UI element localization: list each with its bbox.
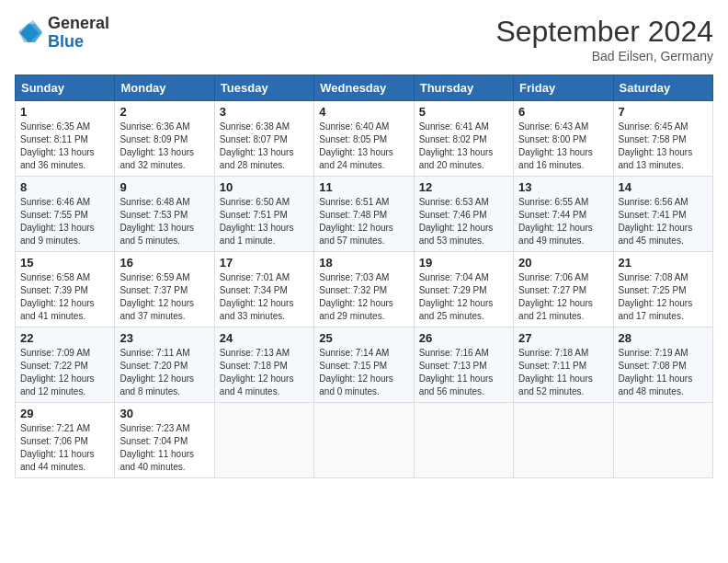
day-number: 6 xyxy=(518,105,608,119)
calendar-cell: 14Sunrise: 6:56 AM Sunset: 7:41 PM Dayli… xyxy=(613,177,712,252)
day-number: 1 xyxy=(20,105,109,119)
day-number: 20 xyxy=(518,256,608,270)
calendar-week-row: 8Sunrise: 6:46 AM Sunset: 7:55 PM Daylig… xyxy=(16,177,713,252)
month-title: September 2024 xyxy=(495,15,713,49)
calendar-cell: 2Sunrise: 6:36 AM Sunset: 8:09 PM Daylig… xyxy=(115,101,214,177)
calendar-cell: 15Sunrise: 6:58 AM Sunset: 7:39 PM Dayli… xyxy=(16,252,115,327)
calendar-cell xyxy=(314,403,414,478)
calendar-table: SundayMondayTuesdayWednesdayThursdayFrid… xyxy=(15,75,713,478)
day-info: Sunrise: 6:36 AM Sunset: 8:09 PM Dayligh… xyxy=(119,121,209,172)
day-info: Sunrise: 6:56 AM Sunset: 7:41 PM Dayligh… xyxy=(619,196,708,247)
day-number: 23 xyxy=(119,331,209,345)
day-info: Sunrise: 7:16 AM Sunset: 7:13 PM Dayligh… xyxy=(419,347,508,398)
calendar-cell: 12Sunrise: 6:53 AM Sunset: 7:46 PM Dayli… xyxy=(414,177,513,252)
calendar-cell: 28Sunrise: 7:19 AM Sunset: 7:08 PM Dayli… xyxy=(613,327,712,403)
day-info: Sunrise: 6:40 AM Sunset: 8:05 PM Dayligh… xyxy=(319,121,408,172)
location-text: Bad Eilsen, Germany xyxy=(495,49,713,63)
calendar-cell: 4Sunrise: 6:40 AM Sunset: 8:05 PM Daylig… xyxy=(314,101,414,177)
logo-blue-text: Blue xyxy=(48,32,84,51)
day-info: Sunrise: 6:35 AM Sunset: 8:11 PM Dayligh… xyxy=(20,121,109,172)
day-number: 27 xyxy=(518,331,608,345)
day-number: 4 xyxy=(319,105,408,119)
day-info: Sunrise: 7:01 AM Sunset: 7:34 PM Dayligh… xyxy=(220,271,309,323)
logo-text: General Blue xyxy=(48,15,109,52)
day-info: Sunrise: 6:41 AM Sunset: 8:02 PM Dayligh… xyxy=(419,121,508,172)
calendar-cell: 1Sunrise: 6:35 AM Sunset: 8:11 PM Daylig… xyxy=(16,101,115,177)
day-info: Sunrise: 7:13 AM Sunset: 7:18 PM Dayligh… xyxy=(220,347,309,398)
day-number: 29 xyxy=(20,407,109,420)
day-info: Sunrise: 6:51 AM Sunset: 7:48 PM Dayligh… xyxy=(319,196,408,247)
calendar-cell: 26Sunrise: 7:16 AM Sunset: 7:13 PM Dayli… xyxy=(414,327,513,403)
weekday-header: Friday xyxy=(514,75,613,101)
day-info: Sunrise: 7:08 AM Sunset: 7:25 PM Dayligh… xyxy=(619,271,708,323)
day-info: Sunrise: 7:03 AM Sunset: 7:32 PM Dayligh… xyxy=(319,271,408,323)
day-number: 22 xyxy=(20,331,109,345)
calendar-cell: 25Sunrise: 7:14 AM Sunset: 7:15 PM Dayli… xyxy=(314,327,414,403)
logo-general-text: General xyxy=(48,14,109,32)
title-block: September 2024 Bad Eilsen, Germany xyxy=(495,15,713,63)
day-number: 16 xyxy=(119,256,209,270)
day-info: Sunrise: 7:04 AM Sunset: 7:29 PM Dayligh… xyxy=(419,271,508,323)
calendar-cell: 7Sunrise: 6:45 AM Sunset: 7:58 PM Daylig… xyxy=(613,101,712,177)
calendar-cell: 16Sunrise: 6:59 AM Sunset: 7:37 PM Dayli… xyxy=(115,252,214,327)
day-info: Sunrise: 7:23 AM Sunset: 7:04 PM Dayligh… xyxy=(119,422,209,474)
calendar-cell xyxy=(514,403,613,478)
weekday-header: Monday xyxy=(115,75,214,101)
calendar-header-row: SundayMondayTuesdayWednesdayThursdayFrid… xyxy=(16,75,713,101)
day-info: Sunrise: 6:58 AM Sunset: 7:39 PM Dayligh… xyxy=(20,271,109,323)
calendar-week-row: 15Sunrise: 6:58 AM Sunset: 7:39 PM Dayli… xyxy=(16,252,713,327)
day-number: 9 xyxy=(119,180,209,194)
calendar-week-row: 29Sunrise: 7:21 AM Sunset: 7:06 PM Dayli… xyxy=(16,403,713,478)
day-number: 7 xyxy=(619,105,708,119)
calendar-cell: 21Sunrise: 7:08 AM Sunset: 7:25 PM Dayli… xyxy=(613,252,712,327)
day-info: Sunrise: 7:11 AM Sunset: 7:20 PM Dayligh… xyxy=(119,347,209,398)
day-info: Sunrise: 6:59 AM Sunset: 7:37 PM Dayligh… xyxy=(119,271,209,323)
day-number: 5 xyxy=(419,105,508,119)
day-number: 21 xyxy=(619,256,708,270)
weekday-header: Tuesday xyxy=(214,75,313,101)
calendar-week-row: 22Sunrise: 7:09 AM Sunset: 7:22 PM Dayli… xyxy=(16,327,713,403)
day-info: Sunrise: 7:06 AM Sunset: 7:27 PM Dayligh… xyxy=(518,271,608,323)
calendar-cell: 9Sunrise: 6:48 AM Sunset: 7:53 PM Daylig… xyxy=(115,177,214,252)
day-number: 19 xyxy=(419,256,508,270)
calendar-cell: 8Sunrise: 6:46 AM Sunset: 7:55 PM Daylig… xyxy=(16,177,115,252)
day-number: 13 xyxy=(518,180,608,194)
calendar-cell: 29Sunrise: 7:21 AM Sunset: 7:06 PM Dayli… xyxy=(16,403,115,478)
calendar-cell xyxy=(613,403,712,478)
calendar-cell: 30Sunrise: 7:23 AM Sunset: 7:04 PM Dayli… xyxy=(115,403,214,478)
day-number: 11 xyxy=(319,180,408,194)
day-info: Sunrise: 6:53 AM Sunset: 7:46 PM Dayligh… xyxy=(419,196,508,247)
calendar-cell: 6Sunrise: 6:43 AM Sunset: 8:00 PM Daylig… xyxy=(514,101,613,177)
calendar-cell: 27Sunrise: 7:18 AM Sunset: 7:11 PM Dayli… xyxy=(514,327,613,403)
day-info: Sunrise: 6:43 AM Sunset: 8:00 PM Dayligh… xyxy=(518,121,608,172)
day-info: Sunrise: 7:19 AM Sunset: 7:08 PM Dayligh… xyxy=(619,347,708,398)
calendar-cell: 11Sunrise: 6:51 AM Sunset: 7:48 PM Dayli… xyxy=(314,177,414,252)
calendar-cell: 3Sunrise: 6:38 AM Sunset: 8:07 PM Daylig… xyxy=(214,101,313,177)
day-info: Sunrise: 6:45 AM Sunset: 7:58 PM Dayligh… xyxy=(619,121,708,172)
calendar-cell: 20Sunrise: 7:06 AM Sunset: 7:27 PM Dayli… xyxy=(514,252,613,327)
weekday-header: Wednesday xyxy=(314,75,414,101)
calendar-cell: 10Sunrise: 6:50 AM Sunset: 7:51 PM Dayli… xyxy=(214,177,313,252)
day-info: Sunrise: 6:46 AM Sunset: 7:55 PM Dayligh… xyxy=(20,196,109,247)
day-number: 8 xyxy=(20,180,109,194)
day-number: 24 xyxy=(220,331,309,345)
day-number: 12 xyxy=(419,180,508,194)
day-number: 30 xyxy=(119,407,209,420)
calendar-cell xyxy=(214,403,313,478)
calendar-cell: 24Sunrise: 7:13 AM Sunset: 7:18 PM Dayli… xyxy=(214,327,313,403)
day-info: Sunrise: 7:09 AM Sunset: 7:22 PM Dayligh… xyxy=(20,347,109,398)
day-number: 18 xyxy=(319,256,408,270)
day-number: 3 xyxy=(220,105,309,119)
weekday-header: Thursday xyxy=(414,75,513,101)
day-number: 28 xyxy=(619,331,708,345)
logo: General Blue xyxy=(15,15,109,52)
day-info: Sunrise: 6:38 AM Sunset: 8:07 PM Dayligh… xyxy=(220,121,309,172)
day-number: 14 xyxy=(619,180,708,194)
calendar-cell: 13Sunrise: 6:55 AM Sunset: 7:44 PM Dayli… xyxy=(514,177,613,252)
calendar-cell: 19Sunrise: 7:04 AM Sunset: 7:29 PM Dayli… xyxy=(414,252,513,327)
calendar-cell: 17Sunrise: 7:01 AM Sunset: 7:34 PM Dayli… xyxy=(214,252,313,327)
day-number: 2 xyxy=(119,105,209,119)
day-info: Sunrise: 7:14 AM Sunset: 7:15 PM Dayligh… xyxy=(319,347,408,398)
logo-icon xyxy=(15,18,44,48)
calendar-cell xyxy=(414,403,513,478)
